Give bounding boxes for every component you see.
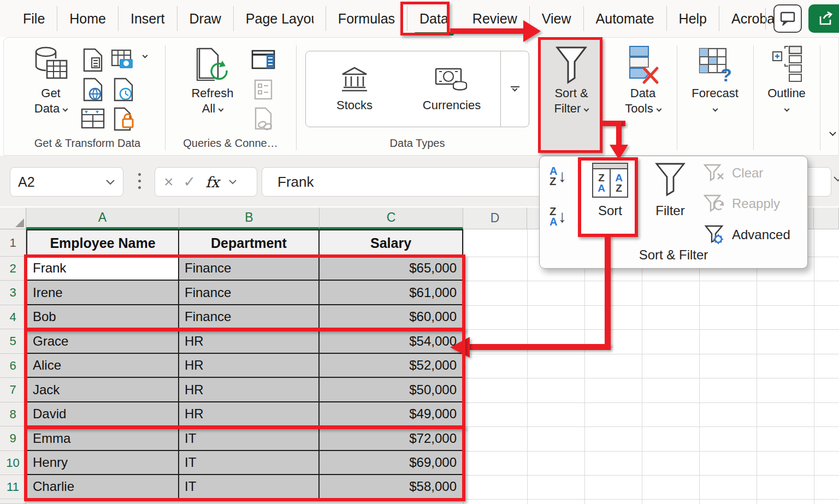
gridline [584, 229, 585, 504]
get-data-label-2: Data [34, 102, 60, 115]
forecast-button[interactable]: ? Forecast [687, 44, 743, 116]
row-header-6[interactable]: 6 [0, 354, 26, 378]
data-tools-label-1: Data [630, 86, 655, 100]
queries-connections-pane-button[interactable] [251, 48, 276, 73]
from-table-range-button[interactable] [80, 106, 105, 132]
menu-tab-label: Help [679, 11, 707, 27]
group-separator [820, 45, 820, 150]
from-web-button[interactable] [80, 77, 105, 102]
menu-tab-review[interactable]: Review [460, 6, 530, 31]
group-separator [677, 45, 677, 150]
refresh-all-label-2: All [202, 102, 215, 115]
row-header-11[interactable]: 11 [0, 475, 26, 499]
row-header-2[interactable]: 2 [0, 257, 26, 281]
annotation-elbow-vertical [616, 121, 622, 146]
ribbon: Get Data [3, 37, 839, 156]
share-button[interactable] [808, 4, 839, 33]
filter-button[interactable] [654, 162, 686, 198]
row-header[interactable] [0, 499, 26, 504]
group-separator [165, 45, 166, 150]
sort-az-icon: AZ [550, 166, 557, 187]
header-cell-department[interactable]: Department [179, 229, 320, 257]
menu-tab-help[interactable]: Help [667, 6, 719, 31]
properties-button-disabled [251, 77, 276, 102]
comments-button[interactable] [773, 4, 802, 33]
advanced-filter-button[interactable]: Advanced [704, 225, 790, 245]
chevron-down-icon [218, 106, 224, 112]
row-header-8[interactable]: 8 [0, 402, 26, 426]
from-picture-chevron-icon[interactable] [143, 53, 148, 58]
header-cell-employee-name[interactable]: Employee Name [26, 229, 179, 257]
topbar-separator [765, 8, 766, 29]
expand-formula-bar-chevron-icon[interactable] [834, 176, 839, 182]
gallery-more-button[interactable] [500, 51, 529, 127]
menu-tab-label: Insert [131, 11, 165, 27]
row-header-4[interactable]: 4 [0, 305, 26, 329]
row-header-10[interactable]: 10 [0, 451, 26, 475]
arrow-down-icon: ↓ [558, 207, 566, 227]
confirm-entry-icon[interactable]: ✓ [184, 173, 196, 191]
menu-tab-label: Draw [190, 11, 221, 27]
data-tools-icon [627, 44, 659, 86]
column-header-d[interactable]: D [463, 207, 527, 229]
refresh-all-button[interactable]: Refresh All [180, 45, 245, 116]
comment-icon [780, 11, 795, 26]
menu-tab-label: Page Layout [246, 11, 314, 27]
clear-label: Clear [732, 165, 763, 181]
gridline [642, 229, 642, 504]
name-box-chevron-icon[interactable] [105, 179, 115, 185]
name-box-value: A2 [18, 174, 35, 190]
menu-tab-page-layout[interactable]: Page Layout [234, 6, 326, 31]
gridline [527, 229, 528, 504]
menu-tab-home[interactable]: Home [57, 6, 119, 31]
from-text-csv-button[interactable] [80, 48, 105, 73]
row-header-5[interactable]: 5 [0, 329, 26, 354]
column-header-c[interactable]: C [320, 207, 463, 229]
filter-button-label[interactable]: Filter [651, 203, 689, 218]
fx-chevron-icon[interactable] [229, 180, 237, 185]
menu-tab-insert[interactable]: Insert [119, 6, 178, 31]
insert-function-icon[interactable]: fx [205, 174, 219, 191]
collapse-ribbon-chevron-icon[interactable] [829, 129, 836, 136]
row-header-1[interactable]: 1 [0, 229, 26, 257]
column-header-a[interactable]: A [26, 207, 179, 229]
formula-bar-drag-dots[interactable] [138, 173, 141, 189]
stocks-data-type[interactable]: Stocks [306, 51, 403, 127]
name-box[interactable]: A2 [10, 167, 123, 197]
cancel-entry-icon[interactable]: × [164, 173, 174, 191]
menu-tab-formulas[interactable]: Formulas [326, 6, 407, 31]
flyout-group-label: Sort & Filter [540, 247, 807, 263]
recent-sources-button[interactable] [111, 77, 136, 102]
edit-links-button-disabled [251, 106, 276, 132]
outline-button[interactable]: Outline [760, 44, 813, 116]
currencies-icon [435, 66, 469, 94]
row-header-9[interactable]: 9 [0, 426, 26, 451]
menu-tab-label: Review [472, 11, 517, 27]
annotation-elbow-horizontal [601, 121, 625, 126]
row-header-7[interactable]: 7 [0, 378, 26, 402]
menu-tab-draw[interactable]: Draw [178, 6, 234, 31]
header-cell-salary[interactable]: Salary [320, 229, 463, 257]
column-header[interactable] [814, 207, 839, 229]
menu-tab-label: View [542, 11, 571, 27]
column-header-b[interactable]: B [179, 207, 320, 229]
menu-tab-label: Formulas [338, 11, 395, 27]
group-label-queries: Queries & Conne… [168, 137, 293, 150]
select-all-corner[interactable] [0, 207, 26, 229]
gridline [757, 229, 757, 504]
get-data-button[interactable]: Get Data [25, 45, 77, 116]
clear-button-disabled: Clear [704, 164, 763, 182]
from-picture-button[interactable] [111, 48, 136, 73]
menu-tab-automate[interactable]: Automate [584, 6, 667, 31]
sort-a-to-z-button[interactable]: AZ ↓ [550, 166, 566, 187]
annotation-box-sort-filter-button [538, 37, 602, 153]
annotation-box-finance-group [24, 254, 465, 331]
clear-filter-icon [704, 164, 725, 182]
data-tools-button[interactable]: Data Tools [616, 44, 670, 116]
existing-connections-button[interactable] [111, 106, 136, 132]
chevron-down-icon [656, 106, 661, 112]
row-header-3[interactable]: 3 [0, 281, 26, 305]
sort-z-to-a-button[interactable]: ZA ↓ [550, 206, 566, 227]
menu-tab-file[interactable]: File [11, 6, 57, 31]
currencies-data-type[interactable]: Currencies [403, 51, 500, 127]
